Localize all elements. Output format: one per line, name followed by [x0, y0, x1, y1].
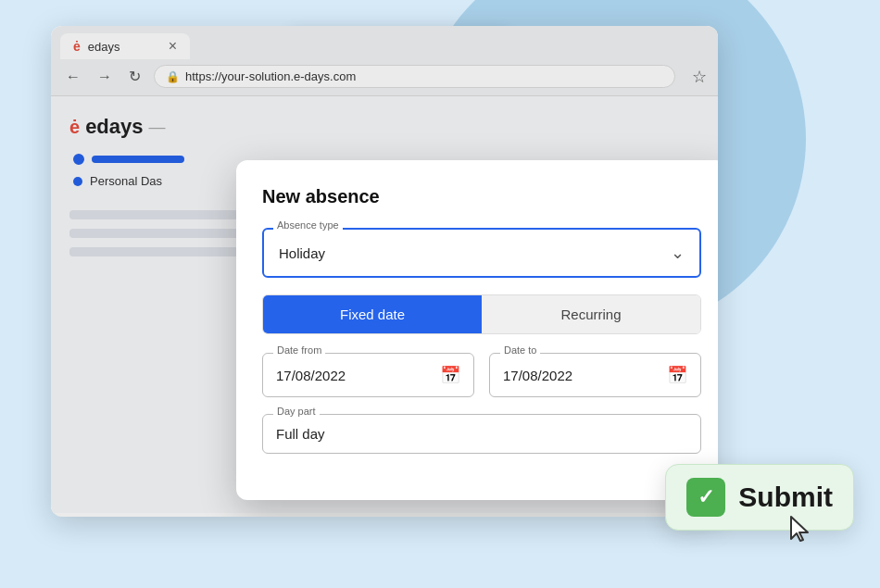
submit-check-box: ✓: [686, 478, 725, 517]
date-from-value: 17/08/2022: [276, 368, 346, 383]
date-to-group: Date to 17/08/2022 📅: [489, 353, 701, 397]
day-part-group: Day part Full day: [262, 414, 701, 454]
date-from-label: Date from: [273, 344, 325, 356]
new-absence-modal: New absence Absence type Holiday ⌄ Fixed…: [236, 160, 718, 500]
modal-title: New absence: [262, 186, 701, 207]
recurring-button[interactable]: Recurring: [482, 295, 700, 333]
absence-type-field-group: Absence type Holiday ⌄: [262, 228, 701, 278]
chevron-down-icon: ⌄: [671, 243, 685, 263]
absence-type-label: Absence type: [273, 219, 343, 231]
day-part-value: Full day: [276, 426, 325, 442]
browser-window: ė edays × ← → ↻ 🔒 https://your-solution.…: [51, 26, 718, 517]
calendar-to-icon: 📅: [667, 365, 687, 385]
date-type-toggle: Fixed date Recurring: [262, 294, 701, 334]
fixed-date-button[interactable]: Fixed date: [263, 295, 482, 333]
check-icon: ✓: [698, 485, 714, 509]
date-to-input[interactable]: 17/08/2022 📅: [489, 353, 701, 397]
date-from-input[interactable]: 17/08/2022 📅: [262, 353, 474, 397]
submit-label: Submit: [738, 482, 833, 513]
absence-type-select[interactable]: Holiday ⌄: [262, 228, 701, 278]
date-to-value: 17/08/2022: [503, 368, 572, 383]
calendar-from-icon: 📅: [440, 365, 460, 385]
date-from-group: Date from 17/08/2022 📅: [262, 353, 474, 397]
day-part-input[interactable]: Full day: [262, 414, 701, 454]
absence-type-value: Holiday: [279, 245, 325, 261]
date-fields-row: Date from 17/08/2022 📅 Date to 17/08/202…: [262, 353, 701, 397]
submit-tooltip: ✓ Submit: [665, 464, 854, 531]
day-part-label: Day part: [273, 406, 320, 417]
date-to-label: Date to: [500, 344, 540, 356]
cursor-pointer: [787, 515, 813, 551]
